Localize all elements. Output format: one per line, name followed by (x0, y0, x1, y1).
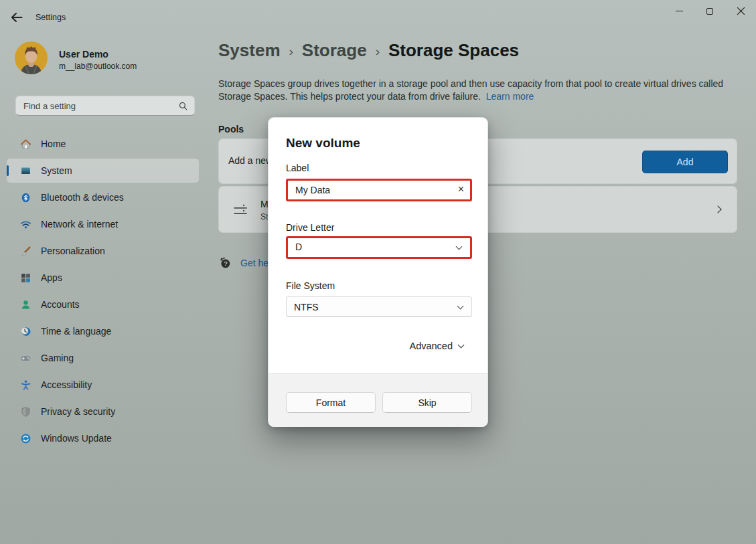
sidebar-item-bluetooth-devices[interactable]: Bluetooth & devices (7, 185, 199, 209)
sidebar-item-label: Time & language (41, 326, 111, 337)
back-arrow-icon (9, 10, 24, 25)
dialog-footer: Format Skip (269, 373, 487, 427)
sidebar-item-label: Bluetooth & devices (41, 192, 124, 203)
apps-grid-icon (20, 272, 31, 284)
sidebar-item-apps[interactable]: Apps (7, 266, 199, 290)
gamepad-icon (20, 353, 31, 364)
home-icon (20, 139, 31, 150)
svg-text:?: ? (224, 260, 227, 267)
accessibility-person-icon (20, 379, 31, 391)
advanced-label: Advanced (410, 341, 453, 351)
sidebar-item-label: Windows Update (41, 433, 112, 444)
person-icon (20, 299, 31, 310)
storage-pool-icon (233, 201, 248, 220)
search-input[interactable] (23, 96, 177, 115)
help-icon: ? (219, 257, 231, 269)
add-button[interactable]: Add (642, 151, 728, 173)
sidebar-item-network-internet[interactable]: Network & internet (7, 212, 199, 236)
close-icon (737, 7, 745, 15)
sidebar-item-home[interactable]: Home (7, 132, 199, 156)
avatar (15, 41, 48, 74)
sidebar-item-label: Privacy & security (41, 406, 115, 417)
sidebar-item-system[interactable]: System (7, 159, 199, 183)
search-icon (178, 101, 188, 111)
sidebar-item-label: Accounts (41, 299, 80, 310)
breadcrumb: System › Storage › Storage Spaces (218, 40, 519, 61)
get-help-link[interactable]: ? Get he (219, 257, 269, 269)
drive-letter-value: D (295, 242, 302, 252)
sidebar-item-label: Personalization (41, 246, 105, 256)
add-pool-text: Add a new (228, 155, 273, 166)
app-title: Settings (35, 13, 66, 22)
volume-label-input[interactable] (288, 181, 470, 199)
sidebar-nav: Home System Bluetooth & devices Network … (0, 132, 208, 453)
close-button[interactable] (725, 0, 756, 22)
maximize-icon (706, 8, 713, 15)
wifi-icon (20, 219, 31, 230)
update-refresh-icon (20, 433, 31, 444)
page-description: Storage Spaces group drives together in … (218, 78, 727, 102)
chevron-right-icon (714, 205, 721, 213)
sidebar-item-accounts[interactable]: Accounts (7, 292, 199, 316)
settings-window: Settings User Demo m__lab@out (0, 0, 756, 544)
minimize-button[interactable] (664, 0, 694, 22)
sidebar-item-label: Home (41, 139, 66, 149)
format-button[interactable]: Format (286, 392, 376, 413)
drive-letter-label: Drive Letter (286, 222, 334, 233)
clear-input-icon[interactable]: × (458, 183, 464, 195)
dialog-title: New volume (286, 136, 360, 151)
bluetooth-icon (20, 192, 31, 203)
system-icon (20, 165, 31, 177)
new-volume-dialog: New volume Label × Drive Letter D File S… (268, 117, 488, 427)
shield-icon (20, 406, 31, 418)
label-field-label: Label (286, 163, 309, 173)
learn-more-link[interactable]: Learn more (486, 91, 534, 102)
user-email: m__lab@outlook.com (59, 62, 137, 71)
page-title: Storage Spaces (388, 40, 519, 61)
chevron-down-icon (457, 303, 464, 310)
sidebar-item-label: Apps (41, 272, 62, 283)
paintbrush-icon (20, 246, 31, 257)
breadcrumb-system[interactable]: System (218, 40, 281, 61)
avatar-illustration (15, 41, 48, 74)
file-system-label: File System (286, 280, 335, 291)
sidebar-item-personalization[interactable]: Personalization (7, 239, 199, 263)
drive-letter-select[interactable]: D (286, 236, 472, 259)
advanced-toggle[interactable]: Advanced (410, 341, 464, 351)
description-text: Storage Spaces group drives together in … (218, 78, 723, 102)
sidebar-item-label: System (41, 165, 72, 176)
sidebar-item-time-language[interactable]: Time & language (7, 319, 199, 343)
label-field-highlight: × (286, 179, 472, 201)
sidebar-item-label: Network & internet (41, 219, 118, 230)
breadcrumb-chevron-icon: › (289, 43, 293, 59)
clock-globe-icon (20, 326, 31, 337)
file-system-value: NTFS (294, 302, 319, 312)
breadcrumb-chevron-icon: › (376, 43, 380, 59)
sidebar-item-label: Accessibility (41, 379, 92, 390)
minimize-icon (676, 11, 683, 11)
get-help-label: Get he (240, 258, 269, 268)
user-name: User Demo (59, 49, 108, 60)
maximize-button[interactable] (694, 0, 725, 22)
chevron-down-icon (456, 244, 463, 250)
pools-heading: Pools (218, 124, 244, 134)
sidebar-item-gaming[interactable]: Gaming (7, 346, 199, 370)
file-system-select[interactable]: NTFS (286, 296, 472, 317)
sidebar-item-label: Gaming (41, 353, 74, 363)
titlebar: Settings (0, 0, 756, 30)
search-box (15, 96, 195, 116)
breadcrumb-storage[interactable]: Storage (302, 40, 367, 61)
sidebar-item-privacy-security[interactable]: Privacy & security (7, 399, 199, 424)
back-button[interactable] (9, 10, 24, 25)
sidebar-item-windows-update[interactable]: Windows Update (7, 426, 199, 450)
skip-button[interactable]: Skip (382, 392, 472, 413)
sidebar-item-accessibility[interactable]: Accessibility (7, 373, 199, 397)
chevron-down-icon (458, 342, 465, 349)
